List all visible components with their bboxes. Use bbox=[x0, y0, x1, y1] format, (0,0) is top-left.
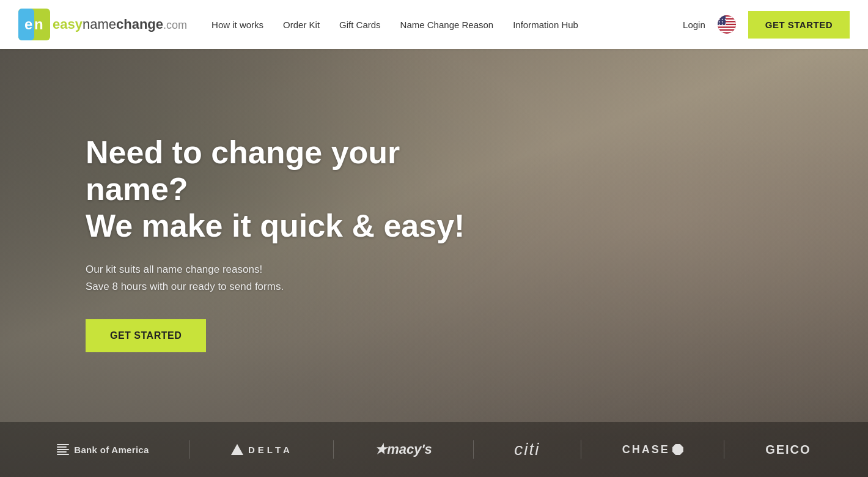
brand-bank-of-america: Bank of America bbox=[57, 444, 149, 455]
brands-bar: Bank of America DELTA macy's citi CHASE … bbox=[0, 422, 868, 477]
hero-headline-line2: We make it quick & easy! bbox=[86, 208, 465, 243]
logo-name: name bbox=[83, 17, 116, 32]
main-nav: How it works Order Kit Gift Cards Name C… bbox=[211, 20, 683, 30]
svg-text:n: n bbox=[34, 16, 43, 32]
svg-rect-12 bbox=[718, 31, 736, 32]
nav-how-it-works[interactable]: How it works bbox=[211, 20, 263, 30]
logo[interactable]: e n easynamechange.com bbox=[18, 9, 187, 40]
brand-geico: GEICO bbox=[765, 443, 811, 457]
brand-delta-label: DELTA bbox=[248, 445, 293, 455]
flag-icon[interactable]: ★ ★ ★ ★ ★ ★ ★ ★ bbox=[718, 15, 736, 34]
brand-divider-3 bbox=[473, 440, 474, 459]
boa-logo-lines bbox=[57, 444, 69, 455]
macys-star-icon bbox=[375, 442, 387, 457]
brand-divider-2 bbox=[333, 440, 334, 459]
brand-divider-5 bbox=[724, 440, 724, 459]
brand-chase: CHASE bbox=[622, 443, 683, 456]
login-link[interactable]: Login bbox=[683, 20, 705, 30]
brand-geico-label: GEICO bbox=[765, 443, 811, 457]
brand-divider-4 bbox=[581, 440, 581, 459]
svg-text:★ ★ ★: ★ ★ ★ bbox=[718, 23, 727, 26]
logo-change: change bbox=[116, 17, 163, 32]
chase-octagon-icon bbox=[672, 444, 683, 455]
brand-macys-label: macy's bbox=[387, 442, 432, 457]
svg-text:e: e bbox=[24, 16, 32, 32]
brand-citi: citi bbox=[514, 440, 540, 459]
header: e n easynamechange.com How it works Orde… bbox=[0, 0, 868, 49]
hero-subtext-line2: Save 8 hours with our ready to send form… bbox=[86, 281, 284, 292]
brand-boa-label: Bank of America bbox=[74, 445, 149, 455]
brand-citi-label: citi bbox=[514, 440, 540, 459]
svg-rect-11 bbox=[718, 28, 736, 29]
hero-headline-line1: Need to change your name? bbox=[86, 135, 400, 207]
brand-delta: DELTA bbox=[231, 444, 293, 455]
delta-triangle-icon bbox=[231, 444, 243, 455]
header-right: Login ★ ★ ★ ★ ★ ★ ★ ★ GET STARTED bbox=[683, 11, 850, 39]
nav-gift-cards[interactable]: Gift Cards bbox=[339, 20, 381, 30]
hero-subtext-line1: Our kit suits all name change reasons! bbox=[86, 264, 262, 275]
hero-subtext: Our kit suits all name change reasons! S… bbox=[86, 261, 501, 294]
hero-section: Need to change your name? We make it qui… bbox=[0, 49, 868, 477]
hero-headline: Need to change your name? We make it qui… bbox=[86, 135, 501, 244]
nav-information-hub[interactable]: Information Hub bbox=[513, 20, 578, 30]
logo-dot: .com bbox=[163, 19, 187, 31]
nav-order-kit[interactable]: Order Kit bbox=[283, 20, 320, 30]
brand-divider-1 bbox=[189, 440, 190, 459]
logo-easy: easy bbox=[53, 17, 83, 32]
hero-content: Need to change your name? We make it qui… bbox=[86, 135, 501, 352]
brand-macys: macy's bbox=[375, 442, 432, 457]
header-get-started-button[interactable]: GET STARTED bbox=[748, 11, 850, 39]
hero-get-started-button[interactable]: GET STARTED bbox=[86, 319, 206, 352]
brand-chase-label: CHASE bbox=[622, 443, 670, 456]
nav-name-change-reason[interactable]: Name Change Reason bbox=[400, 20, 494, 30]
